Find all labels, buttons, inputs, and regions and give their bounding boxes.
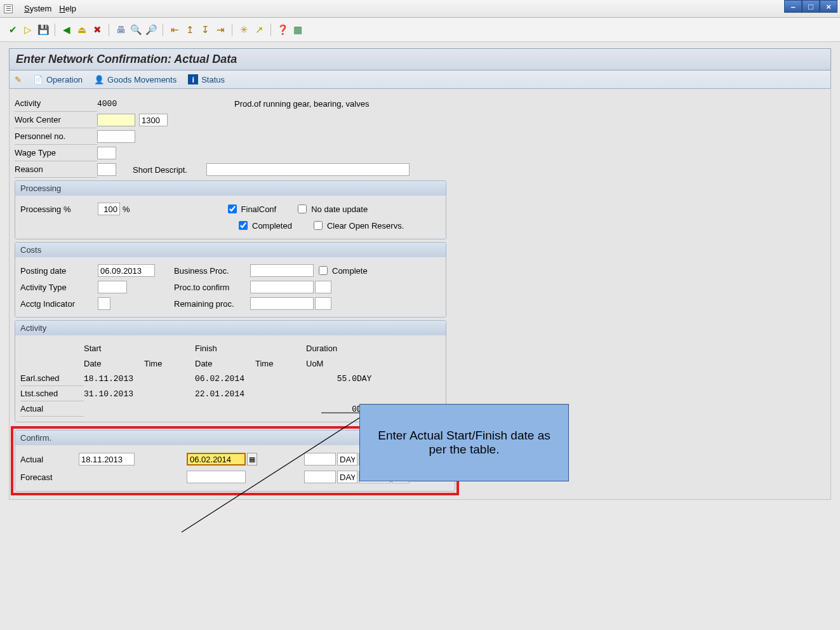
actual-sched-label: Actual bbox=[20, 401, 84, 417]
personnel-field[interactable] bbox=[97, 130, 135, 143]
acctg-field[interactable] bbox=[98, 297, 110, 310]
finalconf-checkbox[interactable] bbox=[228, 204, 237, 213]
shortdesc-label: Short Descript. bbox=[133, 165, 203, 175]
wagetype-field[interactable] bbox=[97, 147, 116, 159]
info-icon: i bbox=[188, 74, 198, 84]
menubar: ☰ SSystemystem HHelpelp bbox=[0, 0, 840, 18]
remaining-uom-field[interactable] bbox=[315, 297, 331, 310]
acctg-label: Acctg Indicator bbox=[20, 299, 98, 309]
activity-label: Activity bbox=[15, 95, 97, 112]
processing-pct-label: Processing % bbox=[20, 204, 98, 214]
next-page-icon[interactable]: ↧ bbox=[199, 23, 211, 36]
costs-panel: Costs Posting date Business Proc. Comple… bbox=[15, 242, 446, 318]
continue-icon[interactable]: ▷ bbox=[22, 23, 34, 36]
find-next-icon[interactable]: 🔎 bbox=[145, 23, 157, 36]
earl-finish: 06.02.2014 bbox=[195, 374, 255, 384]
create-shortcut-icon[interactable]: ↗ bbox=[253, 23, 265, 36]
proctoconfirm-label: Proc.to confirm bbox=[174, 283, 250, 292]
callout-connector-line bbox=[163, 412, 366, 539]
last-page-icon[interactable]: ⇥ bbox=[214, 23, 227, 36]
app-menu-icon[interactable]: ☰ bbox=[4, 4, 13, 13]
finalconf-label: FinalConf bbox=[241, 204, 277, 214]
confirm-forecast-label: Forecast bbox=[20, 473, 77, 482]
back-icon[interactable]: ◀ bbox=[60, 23, 73, 36]
clear-reservs-label: Clear Open Reservs. bbox=[327, 221, 404, 231]
workcenter-field-1[interactable] bbox=[97, 114, 135, 126]
earl-duration: 55.0 bbox=[306, 374, 357, 384]
clear-reservs-checkbox[interactable] bbox=[314, 221, 323, 230]
col-date-1: Date bbox=[84, 359, 144, 368]
reason-label: Reason bbox=[15, 161, 97, 178]
page-title: Enter Network Confirmation: Actual Data bbox=[9, 48, 831, 70]
complete-label: Complete bbox=[332, 266, 368, 276]
complete-checkbox[interactable] bbox=[319, 266, 328, 275]
wagetype-label: Wage Type bbox=[15, 145, 97, 161]
help-icon[interactable]: ❓ bbox=[276, 23, 289, 36]
operation-label: Operation bbox=[46, 75, 83, 84]
menu-help[interactable]: HHelpelp bbox=[59, 4, 76, 13]
col-time-1: Time bbox=[144, 359, 195, 368]
proctoconfirm-uom-field[interactable] bbox=[315, 281, 331, 293]
proctoconfirm-field[interactable] bbox=[250, 281, 314, 293]
completed-checkbox[interactable] bbox=[239, 221, 248, 230]
new-session-icon[interactable]: ✳ bbox=[237, 23, 250, 36]
costs-head: Costs bbox=[15, 243, 446, 257]
menu-system[interactable]: SSystemystem bbox=[24, 4, 51, 13]
personnel-label: Personnel no. bbox=[15, 128, 97, 145]
window-maximize-button[interactable]: □ bbox=[802, 0, 820, 13]
activity-value: 4000 bbox=[97, 99, 148, 109]
posting-date-field[interactable] bbox=[98, 264, 155, 277]
activity-head: Activity bbox=[15, 321, 446, 335]
completed-label: Completed bbox=[252, 221, 292, 231]
exit-icon[interactable]: ⏏ bbox=[76, 23, 88, 36]
sub-toolbar: ✎ 📄 Operation 👤 Goods Movements i Status bbox=[9, 70, 831, 89]
col-date-2: Date bbox=[195, 359, 255, 368]
earl-uom: DAY bbox=[357, 374, 401, 384]
operation-button[interactable]: 📄 Operation bbox=[33, 75, 83, 84]
instruction-callout: Enter Actual Start/Finish date as per th… bbox=[359, 404, 569, 481]
window-close-button[interactable]: × bbox=[820, 0, 837, 13]
workcenter-label: Work Center bbox=[15, 112, 97, 128]
nodate-checkbox[interactable] bbox=[298, 204, 307, 213]
col-time-2: Time bbox=[255, 359, 306, 368]
enter-icon[interactable]: ✔ bbox=[6, 23, 19, 36]
main-toolbar: ✔ ▷ 💾 ◀ ⏏ ✖ 🖶 🔍 🔎 ⇤ ↥ ↧ ⇥ ✳ ↗ ❓ ▦ bbox=[0, 18, 840, 42]
posting-date-label: Posting date bbox=[20, 266, 98, 276]
confirm-actual-label: Actual bbox=[20, 455, 77, 464]
activity-description: Prod.of running gear, bearing, valves bbox=[234, 99, 369, 109]
earl-start: 18.11.2013 bbox=[84, 374, 144, 384]
find-icon[interactable]: 🔍 bbox=[130, 23, 142, 36]
remaining-field[interactable] bbox=[250, 297, 314, 310]
status-button[interactable]: i Status bbox=[188, 74, 225, 84]
ltst-finish: 22.01.2014 bbox=[195, 389, 255, 399]
shortdesc-field[interactable] bbox=[206, 163, 410, 176]
remaining-label: Remaining proc. bbox=[174, 299, 250, 309]
activitytype-field[interactable] bbox=[98, 281, 127, 293]
cancel-icon[interactable]: ✖ bbox=[91, 23, 103, 36]
col-finish: Finish bbox=[195, 344, 255, 353]
ltst-start: 31.10.2013 bbox=[84, 389, 144, 399]
edit-icon[interactable]: ✎ bbox=[15, 75, 22, 84]
processing-panel: Processing Processing % % FinalConf No d… bbox=[15, 180, 446, 239]
workcenter-field-2[interactable] bbox=[139, 114, 168, 126]
operation-icon: 📄 bbox=[33, 75, 43, 84]
window-minimize-button[interactable]: – bbox=[784, 0, 802, 13]
processing-pct-unit: % bbox=[123, 204, 130, 214]
save-icon[interactable]: 💾 bbox=[37, 23, 50, 36]
reason-field[interactable] bbox=[97, 163, 116, 176]
col-uom: UoM bbox=[306, 359, 357, 368]
layout-icon[interactable]: ▦ bbox=[291, 23, 304, 36]
nodate-label: No date update bbox=[311, 204, 368, 214]
first-page-icon[interactable]: ⇤ bbox=[168, 23, 181, 36]
col-duration: Duration bbox=[306, 344, 357, 353]
svg-line-0 bbox=[182, 418, 359, 532]
confirm-actual-start-field[interactable] bbox=[79, 453, 135, 466]
activitytype-label: Activity Type bbox=[20, 283, 98, 292]
goods-movements-button[interactable]: 👤 Goods Movements bbox=[94, 75, 177, 84]
businessproc-field[interactable] bbox=[250, 264, 314, 277]
status-label: Status bbox=[201, 75, 225, 84]
prev-page-icon[interactable]: ↥ bbox=[183, 23, 196, 36]
processing-pct-field[interactable] bbox=[98, 203, 120, 215]
print-icon[interactable]: 🖶 bbox=[114, 23, 127, 36]
earl-sched-label: Earl.sched bbox=[20, 371, 84, 386]
